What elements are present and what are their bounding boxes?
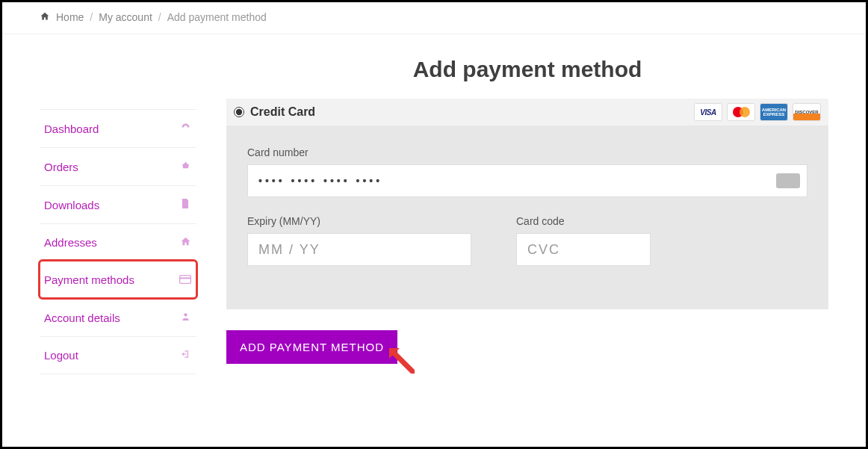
svg-point-2 [184, 313, 187, 316]
home-icon [40, 11, 50, 23]
card-number-input[interactable] [247, 164, 807, 197]
sidebar-item-label: Payment methods [44, 273, 134, 286]
cvc-label: Card code [516, 215, 651, 227]
discover-icon: DISCOVER [793, 103, 821, 121]
card-icon [179, 274, 192, 286]
cvc-input[interactable] [516, 233, 651, 266]
account-sidebar: Dashboard Orders Downloads Addresses Pay… [40, 109, 196, 374]
sidebar-item-orders[interactable]: Orders [40, 147, 196, 185]
card-number-label: Card number [247, 146, 807, 158]
sidebar-item-label: Addresses [44, 236, 97, 249]
card-brand-icons: VISA AMERICAN EXPRESS DISCOVER [694, 103, 821, 121]
sidebar-item-dashboard[interactable]: Dashboard [40, 109, 196, 147]
add-payment-method-button[interactable]: ADD PAYMENT METHOD [226, 330, 397, 364]
dashboard-icon [179, 122, 192, 135]
credit-card-radio[interactable] [234, 107, 244, 117]
sidebar-item-downloads[interactable]: Downloads [40, 185, 196, 223]
sidebar-item-logout[interactable]: Logout [40, 336, 196, 374]
user-icon [179, 311, 192, 324]
sidebar-item-label: Account details [44, 312, 120, 324]
svg-rect-0 [180, 275, 191, 283]
breadcrumb: Home / My account / Add payment method [2, 2, 866, 34]
main-content: Add payment method Credit Card VISA AMER… [226, 34, 828, 374]
sidebar-item-addresses[interactable]: Addresses [40, 223, 196, 261]
breadcrumb-account[interactable]: My account [99, 11, 152, 23]
sidebar-item-account-details[interactable]: Account details [40, 298, 196, 336]
expiry-input[interactable] [247, 233, 471, 266]
mastercard-icon [727, 103, 755, 121]
visa-icon: VISA [694, 103, 722, 121]
sidebar-item-label: Orders [44, 161, 78, 173]
file-icon [179, 198, 192, 211]
house-icon [179, 236, 192, 249]
credit-card-label: Credit Card [250, 105, 315, 119]
expiry-label: Expiry (MM/YY) [247, 215, 471, 227]
breadcrumb-separator: / [158, 11, 161, 23]
sidebar-item-label: Logout [44, 349, 78, 362]
sidebar-item-label: Dashboard [44, 123, 99, 135]
logout-icon [179, 349, 192, 362]
generic-card-icon [776, 173, 800, 188]
svg-rect-1 [180, 277, 191, 279]
card-form-panel: Card number Expiry (MM/YY) Card code [226, 126, 828, 309]
basket-icon [179, 160, 192, 173]
breadcrumb-current: Add payment method [167, 11, 267, 23]
breadcrumb-separator: / [90, 11, 93, 23]
page-title: Add payment method [226, 57, 828, 82]
breadcrumb-home[interactable]: Home [56, 11, 84, 23]
sidebar-item-payment-methods[interactable]: Payment methods [40, 261, 196, 298]
sidebar-item-label: Downloads [44, 199, 99, 211]
payment-method-option[interactable]: Credit Card VISA AMERICAN EXPRESS DISCOV… [226, 99, 828, 126]
amex-icon: AMERICAN EXPRESS [760, 103, 788, 121]
